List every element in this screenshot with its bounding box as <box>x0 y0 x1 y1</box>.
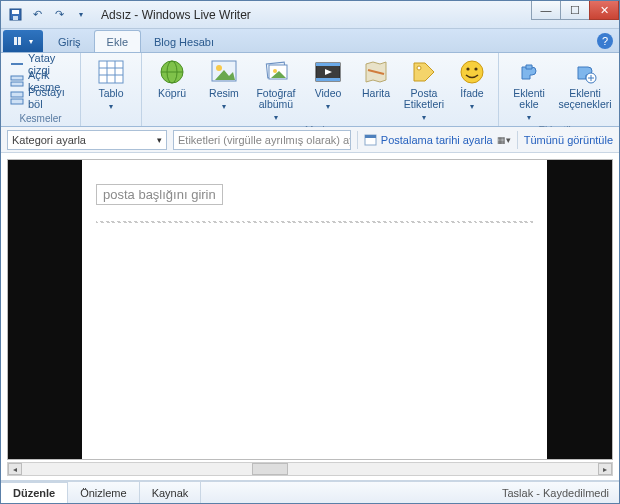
tab-insert[interactable]: Ekle <box>94 30 141 52</box>
horizontal-line-icon <box>10 57 24 71</box>
schedule-link[interactable]: Postalama tarihi ayarla ▦▾ <box>364 133 511 146</box>
chevron-down-icon: ▾ <box>422 112 426 123</box>
close-button[interactable]: ✕ <box>589 1 619 20</box>
ribbon-tabstrip: ▾ Giriş Ekle Blog Hesabı ? <box>1 29 619 53</box>
video-icon <box>314 58 342 86</box>
app-name: Windows Live Writer <box>142 8 251 22</box>
horizontal-scrollbar[interactable]: ◂ ▸ <box>7 462 613 476</box>
svg-point-19 <box>216 65 222 71</box>
svg-rect-7 <box>11 82 23 86</box>
picture-button[interactable]: Resim ▾ <box>200 56 248 114</box>
editor-area: posta başlığını girin ◂ ▸ <box>1 153 619 481</box>
window-title: Adsız - Windows Live Writer <box>101 8 251 22</box>
smiley-icon <box>458 58 486 86</box>
chevron-down-icon: ▾ <box>274 112 278 123</box>
picture-icon <box>210 58 238 86</box>
calendar-icon <box>364 133 377 146</box>
file-menu-icon <box>13 36 27 46</box>
post-tags-button[interactable]: Posta Etiketleri ▾ <box>400 56 448 125</box>
svg-rect-4 <box>18 37 21 45</box>
save-icon[interactable] <box>5 5 25 25</box>
ribbon: Yatay çizgi Açık kesme Postayı böl Kesme… <box>1 53 619 127</box>
split-post-button[interactable]: Postayı böl <box>7 90 74 106</box>
photo-album-icon <box>262 58 290 86</box>
emoticon-button[interactable]: İfade ▾ <box>452 56 492 114</box>
svg-rect-37 <box>365 135 376 138</box>
svg-rect-6 <box>11 76 23 80</box>
svg-point-32 <box>461 61 483 83</box>
ribbon-group-breaks: Yatay çizgi Açık kesme Postayı böl Kesme… <box>1 53 81 126</box>
svg-rect-8 <box>11 92 23 97</box>
svg-rect-10 <box>99 61 123 83</box>
plugin-options-icon <box>571 58 599 86</box>
category-combo[interactable]: Kategori ayarla ▾ <box>7 130 167 150</box>
chevron-down-icon: ▾ <box>109 101 113 112</box>
view-edit-tab[interactable]: Düzenle <box>1 482 68 503</box>
tag-icon <box>410 58 438 86</box>
redo-icon[interactable]: ↷ <box>49 5 69 25</box>
post-title-input[interactable]: posta başlığını girin <box>96 184 223 205</box>
undo-icon[interactable]: ↶ <box>27 5 47 25</box>
doc-title: Adsız <box>101 8 131 22</box>
file-menu-button[interactable]: ▾ <box>3 30 43 52</box>
status-bar: Düzenle Önizleme Kaynak Taslak - Kaydedi… <box>1 481 619 503</box>
add-plugin-button[interactable]: Eklenti ekle ▾ <box>505 56 553 125</box>
svg-point-23 <box>273 69 277 73</box>
ribbon-group-media: Köprü Resim ▾ Fotoğraf albümü ▾ Video ▾ <box>142 53 499 126</box>
qat-dropdown-icon[interactable]: ▾ <box>71 5 91 25</box>
globe-icon <box>158 58 186 86</box>
tab-home[interactable]: Giriş <box>45 30 94 52</box>
chevron-down-icon: ▾ <box>470 101 474 112</box>
svg-rect-26 <box>316 63 340 66</box>
chevron-down-icon: ▾ <box>326 101 330 112</box>
svg-rect-27 <box>316 78 340 81</box>
post-page[interactable]: posta başlığını girin <box>82 160 547 459</box>
video-button[interactable]: Video ▾ <box>304 56 352 114</box>
svg-point-33 <box>466 67 469 70</box>
minimize-button[interactable]: — <box>531 1 561 20</box>
svg-rect-2 <box>13 16 18 20</box>
split-post-icon <box>10 91 24 105</box>
svg-marker-30 <box>414 63 434 81</box>
svg-point-34 <box>474 67 477 70</box>
clear-break-icon <box>10 74 24 88</box>
maximize-button[interactable]: ☐ <box>560 1 590 20</box>
svg-rect-9 <box>11 99 23 104</box>
help-icon[interactable]: ? <box>597 33 613 49</box>
plugin-options-button[interactable]: Eklenti seçenekleri <box>557 56 613 112</box>
ribbon-group-table: Tablo ▾ <box>81 53 142 126</box>
svg-point-31 <box>417 66 421 70</box>
scroll-right-button[interactable]: ▸ <box>598 463 612 475</box>
chevron-down-icon: ▾ <box>157 135 162 145</box>
chevron-down-icon: ▾ <box>527 112 531 123</box>
titlebar: ↶ ↷ ▾ Adsız - Windows Live Writer — ☐ ✕ <box>1 1 619 29</box>
calendar-dropdown-icon[interactable]: ▦▾ <box>497 135 511 145</box>
editor-canvas[interactable]: posta başlığını girin <box>7 159 613 460</box>
group-label-breaks: Kesmeler <box>7 113 74 126</box>
scroll-left-button[interactable]: ◂ <box>8 463 22 475</box>
property-bar: Kategori ayarla ▾ Etiketleri (virgülle a… <box>1 127 619 153</box>
view-source-tab[interactable]: Kaynak <box>140 482 202 503</box>
save-status: Taslak - Kaydedilmedi <box>502 487 619 499</box>
chevron-down-icon: ▾ <box>222 101 226 112</box>
map-button[interactable]: Harita <box>356 56 396 101</box>
title-separator <box>96 221 533 223</box>
hyperlink-button[interactable]: Köprü <box>148 56 196 101</box>
scroll-thumb[interactable] <box>252 463 288 475</box>
table-button[interactable]: Tablo ▾ <box>87 56 135 114</box>
view-preview-tab[interactable]: Önizleme <box>68 482 139 503</box>
window-controls: — ☐ ✕ <box>532 1 619 20</box>
photo-album-button[interactable]: Fotoğraf albümü ▾ <box>252 56 300 125</box>
tags-input[interactable]: Etiketleri (virgülle ayrılmış olarak) ay… <box>173 130 351 150</box>
map-icon <box>362 58 390 86</box>
svg-rect-5 <box>11 63 23 65</box>
plugin-add-icon <box>515 58 543 86</box>
svg-rect-3 <box>14 37 17 45</box>
quick-access-toolbar: ↶ ↷ ▾ <box>5 5 91 25</box>
view-all-link[interactable]: Tümünü görüntüle <box>524 134 613 146</box>
scroll-track[interactable] <box>22 463 598 475</box>
table-icon <box>97 58 125 86</box>
tab-blog-account[interactable]: Blog Hesabı <box>141 30 227 52</box>
ribbon-group-plugins: Eklenti ekle ▾ Eklenti seçenekleri Eklen… <box>499 53 619 126</box>
svg-rect-1 <box>12 10 19 14</box>
